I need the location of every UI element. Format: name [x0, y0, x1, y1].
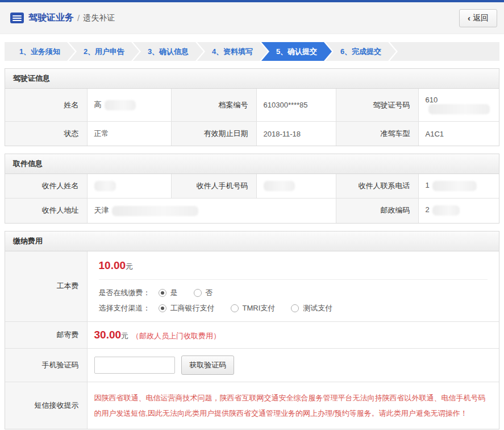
postage-cell: 30.00元（邮政人员上门收取费用）	[87, 321, 499, 348]
fees-section-title: 缴纳费用	[5, 231, 499, 251]
license-no-label: 驾驶证号码	[336, 89, 418, 122]
recipient-name-value	[87, 174, 171, 199]
online-pay-yes-option[interactable]: 是	[159, 288, 178, 298]
pickup-section-title: 取件信息	[5, 154, 499, 174]
status-label: 状态	[5, 122, 87, 146]
fees-panel: 缴纳费用 工本费 10.00元 是否在线缴费： 是 否	[5, 231, 499, 430]
redaction-blur	[105, 100, 136, 110]
chevron-left-icon: ‹	[468, 13, 470, 23]
page-header: 驾驶证业务 / 遗失补证 ‹ 返回	[0, 2, 504, 34]
step-progress-bar: 1、业务须知 2、用户申告 3、确认信息 4、资料填写 5、确认提交 6、完成提…	[5, 42, 499, 61]
sms-tip-label: 短信接收提示	[5, 382, 87, 429]
currency-unit: 元	[121, 332, 128, 340]
vehicle-class-label: 准驾车型	[336, 122, 418, 146]
page-title: 驾驶证业务	[28, 12, 74, 24]
step-1-business-notice: 1、业务须知	[5, 42, 75, 61]
back-button-label: 返回	[473, 13, 489, 23]
redaction-blur	[432, 205, 460, 216]
table-row: 短信接收提示 因陕西省联通、电信运营商技术问题，陕西省互联网交通安全综合服务管理…	[5, 382, 499, 429]
file-no-label: 档案编号	[171, 89, 256, 122]
recipient-phone-value: 1	[418, 174, 499, 199]
file-no-value: 610300****85	[256, 89, 336, 122]
step-2-user-declaration: 2、用户申告	[69, 42, 139, 61]
production-fee-cell: 10.00元 是否在线缴费： 是 否 选择支付渠道：	[87, 251, 499, 322]
license-section-title: 驾驶证信息	[5, 69, 499, 89]
online-pay-label: 是否在线缴费：	[99, 288, 151, 298]
channel-icbc-label: 工商银行支付	[170, 303, 215, 313]
back-button[interactable]: ‹ 返回	[459, 9, 497, 27]
recipient-address-label: 收件人地址	[5, 199, 87, 223]
radio-unchecked-icon[interactable]	[291, 304, 299, 312]
channel-icbc-option[interactable]: 工商银行支付	[159, 303, 215, 313]
table-row: 状态 正常 有效期止日期 2018-11-18 准驾车型 A1C1	[5, 122, 499, 146]
channel-tmri-label: TMRI支付	[243, 303, 276, 313]
sms-code-cell: 获取验证码	[87, 348, 499, 382]
table-row: 工本费 10.00元 是否在线缴费： 是 否	[5, 251, 499, 322]
divider	[99, 279, 488, 280]
sms-tip-text: 因陕西省联通、电信运营商技术问题，陕西省互联网交通安全综合服务管理平台无法向持陕…	[94, 389, 493, 423]
production-fee-amount: 10.00	[99, 259, 126, 271]
breadcrumb-separator: /	[77, 13, 80, 23]
recipient-address-value: 天津	[87, 199, 336, 223]
pay-channel-label: 选择支付渠道：	[99, 303, 151, 313]
breadcrumb-current: 遗失补证	[83, 13, 115, 23]
sms-tip-cell: 因陕西省联通、电信运营商技术问题，陕西省互联网交通安全综合服务管理平台无法向持陕…	[87, 382, 499, 429]
sms-code-label: 手机验证码	[5, 348, 87, 382]
list-icon	[10, 13, 24, 23]
redaction-blur	[94, 181, 116, 191]
license-info-panel: 驾驶证信息 姓名 高 档案编号 610300****85 驾驶证号码 610 状…	[5, 68, 499, 146]
expiry-label: 有效期止日期	[171, 122, 256, 146]
online-pay-no-option[interactable]: 否	[194, 288, 213, 298]
channel-test-label: 测试支付	[303, 303, 332, 313]
recipient-mobile-label: 收件人手机号码	[171, 174, 256, 199]
postage-label: 邮寄费	[5, 321, 87, 348]
online-pay-no-label: 否	[206, 288, 213, 298]
recipient-phone-label: 收件人联系电话	[336, 174, 418, 199]
step-5-confirm-submit: 5、确认提交	[261, 42, 332, 61]
postage-amount: 30.00	[94, 329, 122, 341]
radio-checked-icon[interactable]	[159, 304, 166, 312]
redaction-blur	[112, 206, 198, 216]
radio-unchecked-icon[interactable]	[231, 304, 239, 312]
channel-tmri-option[interactable]: TMRI支付	[231, 303, 276, 313]
name-label: 姓名	[5, 89, 87, 122]
step-bar-filler	[382, 42, 499, 61]
online-pay-yes-label: 是	[170, 288, 178, 298]
radio-unchecked-icon[interactable]	[194, 289, 202, 297]
step-6-complete-submit: 6、完成提交	[326, 42, 396, 61]
expiry-value: 2018-11-18	[256, 122, 336, 146]
currency-unit: 元	[126, 262, 133, 271]
license-no-value: 610	[418, 89, 499, 122]
status-value: 正常	[87, 122, 171, 146]
vehicle-class-value: A1C1	[418, 122, 499, 146]
postcode-value: 2	[418, 199, 499, 223]
step-3-confirm-info: 3、确认信息	[133, 42, 203, 61]
pay-channel-row: 选择支付渠道： 工商银行支付 TMRI支付 测试支付	[99, 303, 488, 313]
recipient-mobile-value	[256, 174, 336, 199]
recipient-name-label: 收件人姓名	[5, 174, 87, 199]
postcode-label: 邮政编码	[336, 199, 418, 223]
redaction-blur	[432, 181, 477, 191]
name-value: 高	[87, 89, 171, 122]
radio-checked-icon[interactable]	[159, 289, 166, 297]
table-row: 邮寄费 30.00元（邮政人员上门收取费用）	[5, 321, 499, 348]
redaction-blur	[428, 104, 490, 114]
table-row: 收件人姓名 收件人手机号码 收件人联系电话 1	[5, 174, 499, 199]
postage-note: （邮政人员上门收取费用）	[132, 332, 220, 340]
step-4-fill-data: 4、资料填写	[197, 42, 268, 61]
table-row: 手机验证码 获取验证码	[5, 348, 499, 382]
redaction-blur	[264, 181, 295, 191]
channel-test-option[interactable]: 测试支付	[291, 303, 332, 313]
get-code-button[interactable]: 获取验证码	[181, 355, 234, 375]
table-row: 收件人地址 天津 邮政编码 2	[5, 199, 499, 223]
table-row: 姓名 高 档案编号 610300****85 驾驶证号码 610	[5, 89, 499, 122]
online-pay-row: 是否在线缴费： 是 否	[99, 288, 488, 298]
pickup-info-panel: 取件信息 收件人姓名 收件人手机号码 收件人联系电话 1 收件人地址 天津 邮政…	[5, 154, 499, 224]
production-fee-label: 工本费	[5, 251, 87, 322]
sms-code-input[interactable]	[94, 357, 175, 374]
